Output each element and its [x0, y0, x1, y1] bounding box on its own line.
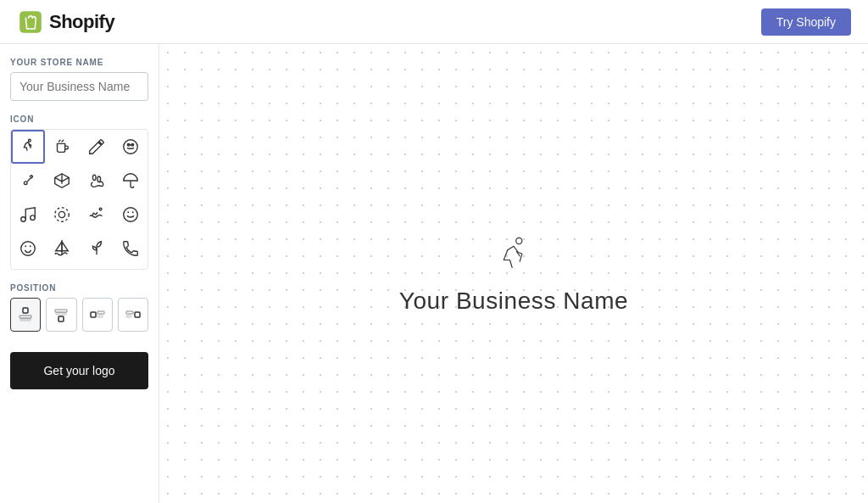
icon-umbrella[interactable]: [114, 164, 147, 198]
icon-footprint[interactable]: [80, 164, 114, 198]
icon-telephone[interactable]: [114, 232, 147, 265]
svg-rect-27: [97, 311, 104, 314]
svg-point-6: [92, 175, 96, 180]
icon-pencil[interactable]: [80, 130, 114, 164]
shopify-wordmark: Shopify: [49, 11, 114, 33]
svg-point-16: [21, 242, 36, 256]
svg-rect-29: [135, 312, 140, 317]
svg-point-9: [31, 215, 36, 220]
icon-music[interactable]: [11, 198, 45, 232]
logo-preview-icon: [491, 233, 537, 282]
main-layout: YOUR STORE NAME ICON: [0, 44, 868, 503]
svg-point-7: [97, 176, 100, 182]
store-name-label: YOUR STORE NAME: [10, 58, 148, 67]
svg-rect-21: [19, 316, 31, 318]
icon-laugh[interactable]: [114, 198, 147, 232]
get-logo-button[interactable]: Get your logo: [10, 352, 148, 389]
icon-section: ICON: [10, 115, 148, 270]
header: Shopify Try Shopify: [0, 0, 868, 44]
icon-plant[interactable]: [80, 232, 114, 265]
svg-point-13: [124, 208, 138, 222]
icon-runner[interactable]: [11, 130, 45, 164]
icon-box[interactable]: [45, 164, 79, 198]
svg-rect-30: [126, 311, 133, 314]
preview-area: Your Business Name: [159, 44, 868, 503]
position-icon-top-button[interactable]: [10, 298, 41, 332]
svg-rect-23: [55, 310, 67, 312]
icon-smiley[interactable]: [11, 232, 45, 265]
svg-point-2: [124, 140, 138, 154]
shopify-icon: [17, 8, 44, 36]
position-icon-left-button[interactable]: [82, 298, 113, 332]
logo-preview-text: Your Business Name: [399, 288, 629, 315]
position-buttons: [10, 298, 148, 332]
icon-grid: [11, 130, 147, 265]
position-section: POSITION: [10, 283, 148, 332]
svg-rect-24: [56, 313, 66, 315]
icon-coffee[interactable]: [45, 130, 79, 164]
svg-rect-22: [20, 319, 31, 321]
store-name-input[interactable]: [10, 72, 148, 101]
icon-smiley-glasses[interactable]: [114, 130, 147, 164]
icon-swim[interactable]: [80, 198, 114, 232]
position-icon-right-button[interactable]: [118, 298, 148, 332]
position-label: POSITION: [10, 283, 148, 293]
svg-point-32: [516, 238, 522, 243]
svg-point-1: [28, 139, 31, 142]
svg-point-12: [99, 208, 102, 210]
icon-label: ICON: [10, 115, 148, 124]
try-shopify-button[interactable]: Try Shopify: [761, 8, 851, 36]
svg-point-8: [21, 217, 26, 222]
svg-rect-20: [23, 308, 28, 313]
svg-rect-26: [91, 312, 96, 317]
store-name-section: YOUR STORE NAME: [10, 58, 148, 101]
svg-rect-28: [97, 316, 103, 317]
icon-grid-wrapper: [10, 129, 148, 270]
svg-rect-31: [126, 316, 131, 317]
icon-guitar[interactable]: [11, 164, 45, 198]
icon-circle-dashed[interactable]: [45, 198, 79, 232]
icon-sailboat[interactable]: [45, 232, 79, 265]
svg-point-11: [59, 211, 65, 217]
svg-rect-0: [19, 11, 42, 33]
svg-point-10: [55, 208, 70, 222]
sidebar: YOUR STORE NAME ICON: [0, 44, 159, 503]
position-icon-bottom-button[interactable]: [46, 298, 76, 332]
logo-preview: Your Business Name: [399, 233, 629, 315]
svg-rect-25: [58, 316, 64, 321]
shopify-logo: Shopify: [17, 8, 114, 36]
